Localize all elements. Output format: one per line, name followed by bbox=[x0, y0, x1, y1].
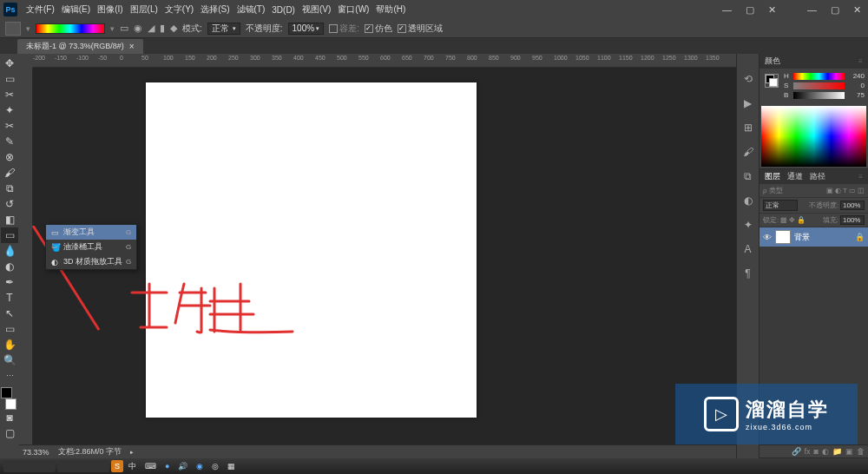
eraser-tool[interactable]: ◧ bbox=[1, 212, 18, 227]
history-brush-tool[interactable]: ↺ bbox=[1, 196, 18, 212]
menu-file[interactable]: 文件(F) bbox=[23, 3, 58, 16]
color-swatches[interactable] bbox=[0, 387, 17, 410]
hue-slider[interactable] bbox=[793, 73, 845, 80]
menu-window[interactable]: 窗口(W) bbox=[334, 3, 372, 16]
zoom-tool[interactable]: 🔍 bbox=[1, 352, 18, 368]
tray-icon[interactable]: ◎ bbox=[208, 460, 222, 472]
edit-toolbar[interactable]: ⋯ bbox=[1, 368, 18, 384]
filter-shape-icon[interactable]: ▭ bbox=[849, 187, 856, 194]
menu-filter[interactable]: 滤镜(T) bbox=[233, 3, 269, 16]
panel-menu-icon[interactable]: ≡ bbox=[858, 173, 863, 181]
marquee-tool[interactable]: ▭ bbox=[1, 71, 18, 87]
ruler-vertical[interactable] bbox=[19, 68, 33, 458]
shape-tool[interactable]: ▭ bbox=[1, 321, 18, 337]
menu-type[interactable]: 文字(Y) bbox=[161, 3, 197, 16]
history-panel-icon[interactable]: ⟲ bbox=[740, 71, 756, 87]
lock-position-icon[interactable]: ✥ bbox=[789, 216, 795, 224]
grad-reflected-icon[interactable]: ▮ bbox=[160, 23, 165, 34]
paragraph-panel-icon[interactable]: ¶ bbox=[740, 266, 756, 281]
canvas[interactable] bbox=[146, 82, 477, 418]
ruler-origin[interactable] bbox=[19, 54, 33, 68]
layer-visibility-icon[interactable]: 👁 bbox=[763, 233, 772, 242]
color-panel-title[interactable]: 颜色 bbox=[765, 56, 780, 67]
reverse-checkbox[interactable] bbox=[329, 24, 338, 33]
screenmode-toggle[interactable]: ▢ bbox=[1, 425, 18, 441]
zoom-level[interactable]: 73.33% bbox=[23, 448, 49, 457]
panel-menu-icon[interactable]: ≡ bbox=[858, 57, 863, 65]
brush-tool[interactable]: 🖌 bbox=[1, 165, 18, 181]
sat-value[interactable]: 0 bbox=[847, 82, 865, 89]
layer-name[interactable]: 背景 bbox=[794, 232, 810, 243]
blur-tool[interactable]: 💧 bbox=[1, 243, 18, 259]
maximize-button[interactable]: ▢ bbox=[827, 4, 843, 16]
menu-image[interactable]: 图像(I) bbox=[94, 3, 126, 16]
hand-tool[interactable]: ✋ bbox=[1, 337, 18, 352]
ime-indicator[interactable]: S bbox=[111, 460, 123, 472]
move-tool[interactable]: ✥ bbox=[1, 56, 18, 71]
minimize-button[interactable]: — bbox=[804, 4, 820, 16]
grad-angle-icon[interactable]: ◢ bbox=[148, 23, 155, 34]
keyboard-icon[interactable]: ⌨ bbox=[141, 460, 160, 472]
taskbar-app[interactable] bbox=[3, 460, 56, 472]
background-swatch[interactable] bbox=[5, 398, 16, 410]
layers-tab[interactable]: 图层 bbox=[765, 171, 780, 182]
sat-slider[interactable] bbox=[793, 82, 845, 89]
gradient-tool[interactable]: ▭ bbox=[1, 227, 18, 243]
color-picker-area[interactable] bbox=[761, 106, 866, 167]
lock-pixels-icon[interactable]: 🔒 bbox=[797, 216, 806, 224]
tray-icon[interactable]: ◉ bbox=[193, 460, 207, 472]
layer-style-icon[interactable]: fx bbox=[805, 447, 811, 456]
taskbar-app[interactable] bbox=[57, 460, 109, 472]
dodge-tool[interactable]: ◐ bbox=[1, 259, 18, 274]
context-gradient-tool[interactable]: ▭ 渐变工具 G bbox=[46, 225, 136, 240]
gradient-preview[interactable] bbox=[36, 23, 105, 34]
tool-preset-picker[interactable] bbox=[5, 22, 21, 36]
opacity-input[interactable]: 100% ▾ bbox=[288, 23, 325, 35]
color-panel-swatches[interactable] bbox=[765, 74, 779, 88]
filter-image-icon[interactable]: ▣ bbox=[826, 187, 833, 194]
tray-icon[interactable]: ● bbox=[161, 460, 173, 472]
document-tab[interactable]: 未标题-1 @ 73.3%(RGB/8#) × bbox=[17, 39, 143, 54]
doc-minimize-button[interactable]: — bbox=[719, 4, 735, 16]
crop-tool[interactable]: ✂ bbox=[1, 118, 18, 134]
adjustment-layer-icon[interactable]: ◐ bbox=[822, 447, 829, 456]
magic-wand-tool[interactable]: ✦ bbox=[1, 102, 18, 118]
doc-close-button[interactable]: ✕ bbox=[765, 4, 779, 16]
lasso-tool[interactable]: ✂ bbox=[1, 87, 18, 102]
foreground-swatch[interactable] bbox=[1, 387, 12, 398]
layer-kind-filter[interactable]: ρ 类型 bbox=[763, 186, 783, 195]
sound-icon[interactable]: 🔊 bbox=[174, 460, 191, 472]
filter-adjust-icon[interactable]: ◐ bbox=[835, 187, 841, 194]
grad-linear-icon[interactable]: ▭ bbox=[120, 23, 128, 34]
context-3d-material-tool[interactable]: ◐ 3D 材质拖放工具 G bbox=[46, 254, 136, 269]
type-tool[interactable]: T bbox=[1, 290, 18, 306]
properties-panel-icon[interactable]: ⊞ bbox=[740, 120, 756, 135]
blend-mode-dropdown[interactable]: 正常 bbox=[763, 200, 798, 211]
menu-3d[interactable]: 3D(D) bbox=[268, 5, 299, 15]
transparency-checkbox[interactable] bbox=[398, 24, 406, 33]
link-layers-icon[interactable]: 🔗 bbox=[792, 447, 801, 456]
new-layer-icon[interactable]: ▣ bbox=[845, 447, 853, 456]
dither-checkbox[interactable] bbox=[365, 24, 373, 33]
path-tool[interactable]: ↖ bbox=[1, 306, 18, 321]
doc-maximize-button[interactable]: ▢ bbox=[742, 4, 758, 16]
clone-panel-icon[interactable]: ⧉ bbox=[740, 168, 756, 184]
ruler-horizontal[interactable]: -200-150-100-500501001502002503003504004… bbox=[33, 54, 736, 68]
layer-mask-icon[interactable]: ◙ bbox=[814, 447, 819, 456]
healing-tool[interactable]: ⊗ bbox=[1, 149, 18, 165]
group-icon[interactable]: 📁 bbox=[832, 447, 842, 456]
layer-opacity-input[interactable]: 100% bbox=[840, 201, 865, 210]
eyedropper-tool[interactable]: ✎ bbox=[1, 134, 18, 149]
channels-tab[interactable]: 通道 bbox=[787, 171, 803, 182]
document-tab-close[interactable]: × bbox=[129, 42, 135, 51]
filter-text-icon[interactable]: T bbox=[843, 187, 847, 194]
context-paintbucket-tool[interactable]: 🪣 油漆桶工具 G bbox=[46, 240, 136, 254]
actions-panel-icon[interactable]: ▶ bbox=[740, 95, 756, 111]
document-info[interactable]: 文档:2.86M/0 字节 bbox=[58, 446, 122, 458]
layer-fill-input[interactable]: 100% bbox=[840, 215, 865, 225]
stamp-tool[interactable]: ⧉ bbox=[1, 181, 18, 196]
lock-all-icon[interactable]: ▩ bbox=[780, 216, 787, 224]
filter-smart-icon[interactable]: ◫ bbox=[858, 187, 865, 194]
ime-lang[interactable]: 中 bbox=[125, 460, 140, 472]
delete-layer-icon[interactable]: 🗑 bbox=[857, 447, 865, 456]
